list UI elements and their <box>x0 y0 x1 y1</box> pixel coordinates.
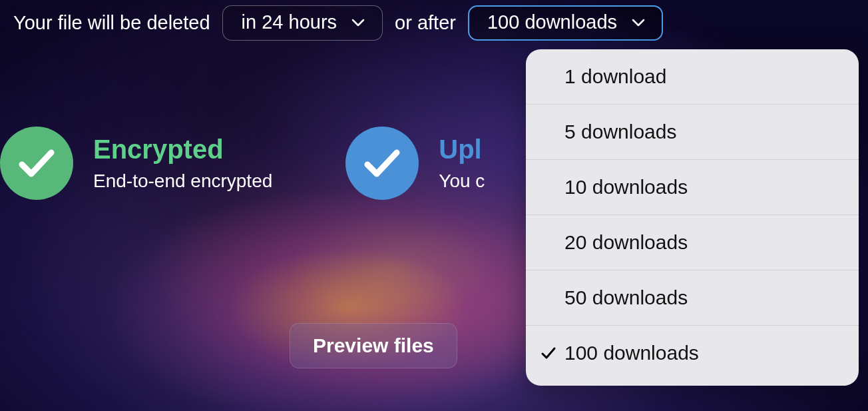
time-dropdown-value: in 24 hours <box>242 11 337 33</box>
downloads-option-label: 1 download <box>541 65 844 88</box>
checkmark-icon <box>541 346 564 360</box>
downloads-option-label: 50 downloads <box>541 286 844 309</box>
feature-title: Encrypted <box>93 135 272 164</box>
downloads-option[interactable]: 50 downloads <box>526 270 859 326</box>
downloads-option-label: 10 downloads <box>541 176 844 199</box>
downloads-option[interactable]: 100 downloads <box>526 326 859 380</box>
downloads-option-label: 100 downloads <box>564 342 844 364</box>
downloads-option[interactable]: 20 downloads <box>526 215 859 270</box>
feature-text: Encrypted End-to-end encrypted <box>93 135 272 192</box>
check-icon <box>0 127 73 200</box>
downloads-dropdown-value: 100 downloads <box>487 11 617 33</box>
downloads-option[interactable]: 10 downloads <box>526 160 859 215</box>
feature-subtitle: End-to-end encrypted <box>93 171 272 192</box>
downloads-option[interactable]: 1 download <box>526 49 859 105</box>
preview-files-button[interactable]: Preview files <box>290 323 457 368</box>
features-row: Encrypted End-to-end encrypted Upl You c <box>0 127 485 200</box>
deletion-settings-row: Your file will be deleted in 24 hours or… <box>13 5 663 41</box>
feature-text: Upl You c <box>439 135 485 192</box>
time-dropdown[interactable]: in 24 hours <box>222 5 383 41</box>
deletion-prefix-text: Your file will be deleted <box>13 12 210 34</box>
downloads-dropdown[interactable]: 100 downloads <box>468 5 663 41</box>
check-icon <box>345 127 419 200</box>
feature-encrypted: Encrypted End-to-end encrypted <box>0 127 272 200</box>
downloads-option[interactable]: 5 downloads <box>526 105 859 160</box>
downloads-option-label: 5 downloads <box>541 121 844 143</box>
deletion-conjunction-text: or after <box>395 12 456 34</box>
downloads-option-label: 20 downloads <box>541 231 844 254</box>
feature-subtitle: You c <box>439 171 485 192</box>
chevron-down-icon <box>632 19 645 27</box>
feature-uploaded: Upl You c <box>345 127 485 200</box>
feature-title: Upl <box>439 135 485 164</box>
chevron-down-icon <box>351 19 365 27</box>
downloads-dropdown-menu: 1 download5 downloads10 downloads20 down… <box>526 49 859 386</box>
